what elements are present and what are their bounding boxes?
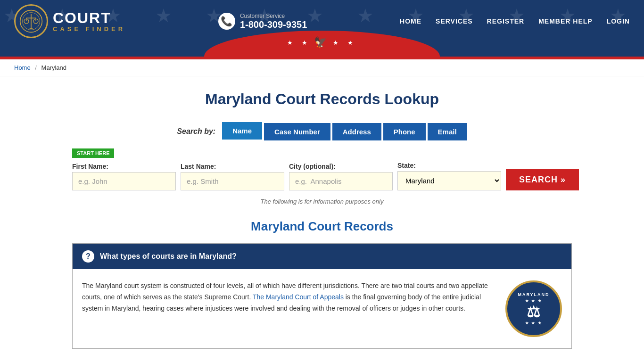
city-label: City (optional): (289, 163, 393, 170)
customer-service: 📞 Customer Service 1-800-309-9351 (218, 13, 307, 30)
nav-services[interactable]: SERVICES (436, 17, 473, 25)
first-name-label: First Name: (72, 163, 176, 170)
first-name-input[interactable] (72, 172, 176, 190)
search-by-row: Search by: Name Case Number Address Phon… (72, 122, 572, 141)
state-select[interactable]: Maryland Alabama Alaska Arizona Californ… (397, 171, 501, 190)
main-nav: HOME SERVICES REGISTER MEMBER HELP LOGIN (400, 17, 630, 25)
logo-area: COURT CASE FINDER (14, 4, 125, 38)
logo-text: COURT CASE FINDER (53, 10, 125, 33)
breadcrumb-separator: / (35, 64, 37, 71)
court-of-appeals-link[interactable]: The Maryland Court of Appeals (253, 293, 344, 301)
swoosh-container: ★ ★ 🦅 ★ ★ (0, 42, 644, 57)
eagle-icon: 🦅 (314, 36, 330, 49)
seal-text: MARYLAND (518, 292, 549, 297)
breadcrumb: Home / Maryland (0, 59, 644, 76)
tab-name[interactable]: Name (222, 122, 262, 141)
nav-login[interactable]: LOGIN (607, 17, 630, 25)
seal-scales-icon: ⚖ (518, 303, 549, 321)
info-text: The following is for information purpose… (72, 198, 572, 205)
accordion-item: ? What types of courts are in Maryland? … (72, 243, 572, 349)
phone-icon: 📞 (218, 13, 235, 30)
city-input[interactable] (289, 172, 393, 190)
tab-phone[interactable]: Phone (383, 123, 426, 140)
state-field: State: Maryland Alabama Alaska Arizona C… (397, 162, 501, 190)
seal-stars: ★ ★ ★ (518, 299, 549, 303)
seal-stars-bottom: ★ ★ ★ (518, 321, 549, 325)
tab-case-number[interactable]: Case Number (264, 123, 330, 140)
tab-address[interactable]: Address (332, 123, 381, 140)
state-label: State: (397, 162, 501, 169)
tab-email[interactable]: Email (428, 123, 467, 140)
first-name-field: First Name: (72, 163, 176, 190)
search-button[interactable]: SEARCH » (506, 169, 579, 190)
city-field: City (optional): (289, 163, 393, 190)
logo-case-finder-label: CASE FINDER (53, 25, 125, 33)
question-icon: ? (82, 250, 94, 263)
cs-text: Customer Service 1-800-309-9351 (240, 13, 307, 30)
search-form: First Name: Last Name: City (optional): … (72, 162, 572, 190)
last-name-field: Last Name: (181, 163, 284, 190)
accordion-header[interactable]: ? What types of courts are in Maryland? (73, 244, 571, 269)
accordion-body: The Maryland court system is constructed… (73, 269, 571, 348)
breadcrumb-home[interactable]: Home (14, 64, 31, 71)
accordion-question: What types of courts are in Maryland? (100, 252, 237, 261)
nav-member-help[interactable]: MEMBER HELP (538, 17, 592, 25)
maryland-seal: MARYLAND ★ ★ ★ ⚖ ★ ★ ★ (505, 280, 562, 337)
last-name-label: Last Name: (181, 163, 284, 170)
section-title: Maryland Court Records (72, 219, 572, 234)
nav-register[interactable]: REGISTER (487, 17, 525, 25)
start-here-badge: START HERE (72, 148, 114, 158)
accordion-text: The Maryland court system is constructed… (82, 280, 496, 337)
last-name-input[interactable] (181, 172, 284, 190)
main-content: Maryland Court Records Lookup Search by:… (63, 76, 581, 362)
page-title: Maryland Court Records Lookup (72, 90, 572, 108)
cs-label: Customer Service (240, 13, 307, 19)
search-by-label: Search by: (177, 127, 215, 136)
logo-icon (14, 4, 48, 38)
cs-phone: 1-800-309-9351 (240, 19, 307, 30)
seal-inner: MARYLAND ★ ★ ★ ⚖ ★ ★ ★ (518, 292, 549, 325)
logo-court-label: COURT (53, 10, 125, 25)
nav-home[interactable]: HOME (400, 17, 421, 25)
breadcrumb-current: Maryland (41, 64, 66, 71)
swoosh-stars: ★ ★ 🦅 ★ ★ (287, 36, 357, 49)
